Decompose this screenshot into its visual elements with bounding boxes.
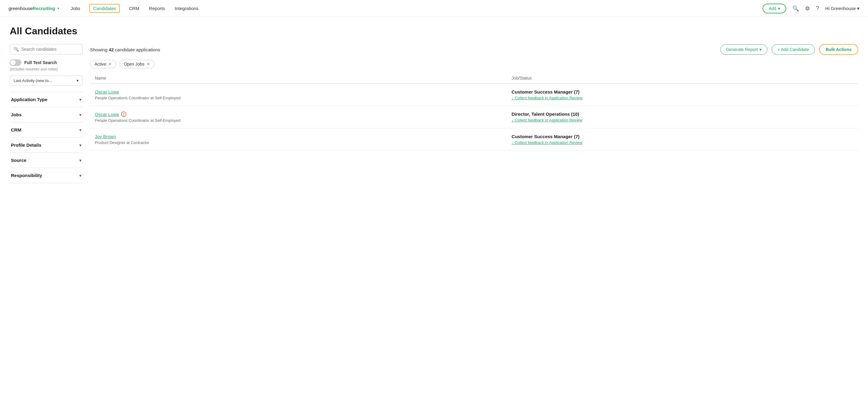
job-feedback-link[interactable]: ↓ Collect feedback in Application Review [512, 96, 854, 100]
open-jobs-filter-tag[interactable]: Open Jobs ✕ [119, 60, 154, 68]
settings-icon[interactable]: ⚙ [805, 5, 810, 12]
nav-candidates[interactable]: Candidates [89, 4, 120, 13]
toggle-knob [10, 60, 16, 65]
sort-select[interactable]: Last Activity (new to... ▾ [10, 76, 83, 86]
page-title: All Candidates [10, 26, 858, 37]
job-title: Customer Success Manager (7) [512, 89, 854, 94]
candidates-table: Name Job/Status Oscar Lowe People Operat… [90, 73, 858, 151]
generate-report-chevron-icon: ▾ [760, 47, 762, 52]
filter-application-type[interactable]: Application Type ▾ [10, 92, 83, 107]
candidate-subtitle: People Operations Coordinator at Self-Em… [95, 118, 502, 123]
brand-logo[interactable]: greenhouseRecruiting ▾ [8, 6, 59, 11]
candidate-name-link[interactable]: Oscar Lowe [95, 89, 119, 94]
user-menu[interactable]: Hi Greenhouse ▾ [825, 6, 860, 11]
generate-report-button[interactable]: Generate Report ▾ [720, 44, 767, 55]
filter-tags: Active ✕ Open Jobs ✕ [90, 60, 858, 68]
job-feedback-link[interactable]: ↓ Collect feedback in Application Review [512, 140, 854, 145]
nav-integrations[interactable]: Integrations [174, 5, 199, 12]
filter-chevron-icon: ▾ [79, 173, 82, 178]
full-text-row: Full Text Search [10, 59, 83, 66]
filter-chevron-icon: ▾ [79, 97, 82, 102]
filter-profile-details[interactable]: Profile Details ▾ [10, 138, 83, 153]
sort-chevron-icon: ▾ [76, 78, 79, 83]
help-icon[interactable]: ? [816, 5, 819, 11]
remove-active-filter-icon[interactable]: ✕ [108, 62, 112, 66]
main-content: Showing 42 candidate applications Genera… [90, 44, 858, 183]
candidate-subtitle: Product Designer at Contractor [95, 140, 502, 145]
candidate-job-cell: Customer Success Manager (7) ↓ Collect f… [507, 84, 858, 106]
job-title: Customer Success Manager (7) [512, 134, 854, 139]
add-button[interactable]: Add ▾ [763, 4, 786, 13]
job-title: Director, Talent Operations (10) [512, 111, 854, 117]
filter-responsibility[interactable]: Responsibility ▾ [10, 168, 83, 183]
candidate-name-link[interactable]: Oscar Lowe! [95, 111, 126, 117]
filter-chevron-icon: ▾ [79, 143, 82, 148]
search-icon: 🔍 [14, 47, 19, 52]
brand-name: greenhouseRecruiting [8, 6, 55, 11]
page-container: All Candidates 🔍 Full Text Search (Inclu… [0, 17, 868, 183]
add-chevron-icon: ▾ [778, 6, 780, 11]
user-chevron-icon: ▾ [857, 6, 860, 11]
full-text-label: Full Text Search [24, 60, 57, 65]
showing-text: Showing 42 candidate applications [90, 47, 716, 52]
filter-section: Application Type ▾ Jobs ▾ CRM ▾ Profile … [10, 92, 83, 183]
nav-links: Jobs Candidates CRM Reports Integrations [70, 4, 199, 13]
top-nav: greenhouseRecruiting ▾ Jobs Candidates C… [0, 0, 868, 17]
nav-right: Add ▾ 🔍 ⚙ ? Hi Greenhouse ▾ [763, 4, 860, 13]
content-layout: 🔍 Full Text Search (Includes resumes and… [10, 44, 858, 183]
brand-chevron-icon: ▾ [57, 7, 59, 10]
search-icon[interactable]: 🔍 [792, 5, 799, 12]
candidate-job-cell: Director, Talent Operations (10) ↓ Colle… [507, 106, 858, 128]
main-toolbar: Showing 42 candidate applications Genera… [90, 44, 858, 55]
candidate-job-cell: Customer Success Manager (7) ↓ Collect f… [507, 128, 858, 151]
candidate-name-link[interactable]: Joy Brown [95, 134, 116, 139]
nav-reports[interactable]: Reports [148, 5, 166, 12]
remove-open-jobs-filter-icon[interactable]: ✕ [147, 62, 150, 66]
candidate-name-cell: Joy Brown Product Designer at Contractor [90, 128, 507, 151]
warning-icon: ! [121, 111, 126, 117]
nav-crm[interactable]: CRM [128, 5, 140, 12]
candidate-name-cell: Oscar Lowe! People Operations Coordinato… [90, 106, 507, 128]
full-text-toggle[interactable] [10, 59, 21, 66]
search-box[interactable]: 🔍 [10, 44, 83, 54]
candidate-subtitle: People Operations Coordinator at Self-Em… [95, 96, 502, 100]
filter-source[interactable]: Source ▾ [10, 153, 83, 168]
add-candidate-button[interactable]: + Add Candidate [772, 44, 815, 55]
table-row: Joy Brown Product Designer at Contractor… [90, 128, 858, 151]
active-filter-tag[interactable]: Active ✕ [90, 60, 116, 68]
sidebar: 🔍 Full Text Search (Includes resumes and… [10, 44, 83, 183]
col-job-header: Job/Status [507, 73, 858, 84]
filter-crm[interactable]: CRM ▾ [10, 122, 83, 138]
filter-chevron-icon: ▾ [79, 158, 82, 163]
full-text-sub: (Includes resumes and notes) [10, 67, 83, 71]
bulk-actions-button[interactable]: Bulk Actions [819, 44, 858, 55]
table-row: Oscar Lowe People Operations Coordinator… [90, 84, 858, 106]
job-feedback-link[interactable]: ↓ Collect feedback in Application Review [512, 118, 854, 122]
table-row: Oscar Lowe! People Operations Coordinato… [90, 106, 858, 128]
filter-chevron-icon: ▾ [79, 112, 82, 117]
nav-jobs[interactable]: Jobs [70, 5, 81, 12]
search-input[interactable] [21, 47, 79, 52]
filter-jobs[interactable]: Jobs ▾ [10, 107, 83, 122]
candidate-name-cell: Oscar Lowe People Operations Coordinator… [90, 84, 507, 106]
col-name-header: Name [90, 73, 507, 84]
filter-chevron-icon: ▾ [79, 128, 82, 132]
